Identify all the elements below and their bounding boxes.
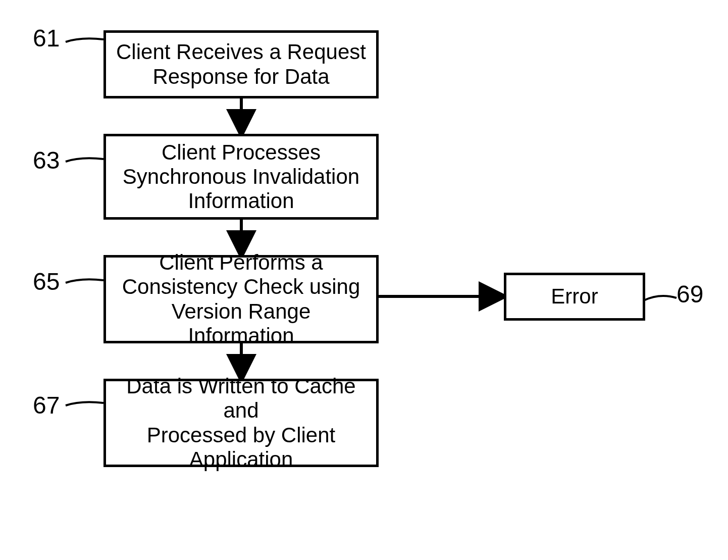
box-69-error: Error xyxy=(504,273,645,321)
label-63: 63 xyxy=(33,146,60,174)
box-65: Client Performs a Consistency Check usin… xyxy=(103,255,379,343)
box-69-text: Error xyxy=(551,284,598,309)
box-61: Client Receives a Request Response for D… xyxy=(103,30,379,98)
label-67: 67 xyxy=(33,391,60,419)
box-63: Client Processes Synchronous Invalidatio… xyxy=(103,134,379,220)
label-65: 65 xyxy=(33,268,60,295)
label-69: 69 xyxy=(677,280,703,308)
label-61: 61 xyxy=(33,24,60,52)
box-67: Data is Written to Cache and Processed b… xyxy=(103,379,379,467)
box-67-text: Data is Written to Cache and Processed b… xyxy=(116,374,366,472)
box-63-text: Client Processes Synchronous Invalidatio… xyxy=(123,140,359,214)
box-65-text: Client Performs a Consistency Check usin… xyxy=(116,250,366,348)
box-61-text: Client Receives a Request Response for D… xyxy=(116,40,366,89)
